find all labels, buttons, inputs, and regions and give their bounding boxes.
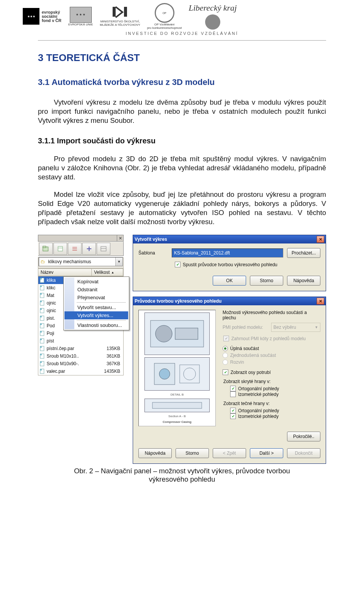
- toolbar-button[interactable]: [97, 243, 110, 255]
- kraj-logo: Liberecký kraj: [189, 3, 237, 30]
- svg-rect-37: [180, 365, 199, 383]
- svg-rect-29: [40, 361, 42, 363]
- template-field[interactable]: KS-Sablona_2011_2012.dft: [172, 248, 283, 258]
- checkbox-hidden-ortho[interactable]: ✔: [230, 386, 236, 391]
- close-icon[interactable]: ✕: [117, 235, 123, 241]
- checkbox-tangent-iso[interactable]: ✔: [230, 413, 236, 419]
- paragraph: Vytvoření výkresu z modelu lze dvěma způ…: [38, 98, 326, 125]
- help-button[interactable]: Nápověda: [287, 276, 320, 286]
- svg-rect-5: [101, 247, 106, 251]
- ctx-file-properties[interactable]: Vlastnosti souboru...: [64, 321, 128, 329]
- close-icon[interactable]: ✕: [317, 236, 324, 243]
- checkbox-pmi: ✔: [223, 336, 229, 341]
- radio-flat-pattern: [223, 360, 228, 365]
- ctx-delete[interactable]: Odstranit: [64, 286, 128, 294]
- pmi-label: PMI pohled modelu:: [223, 325, 267, 330]
- file-icon: [38, 308, 47, 313]
- radio-simplified: [223, 353, 228, 358]
- template-label: Šablona: [138, 250, 168, 256]
- chevron-down-icon[interactable]: ▼: [115, 258, 122, 266]
- svg-rect-19: [40, 323, 42, 325]
- dialog-title: Vytvořit výkres: [135, 237, 317, 242]
- toolbar-button[interactable]: [39, 243, 53, 255]
- finish-button: Dokončit: [287, 448, 320, 458]
- column-size[interactable]: Velikost▲: [92, 269, 123, 276]
- svg-rect-15: [40, 308, 42, 310]
- nav-panel: ✕ 🗀 klikovy mechanismus ▼ Název Velikost…: [38, 235, 124, 375]
- browse-button[interactable]: Procházet...: [287, 248, 320, 258]
- esf-logo: ★★★ evropský sociální fond v ČR: [23, 8, 61, 25]
- paragraph: Pro převod modelu z 3D do 2D je třeba mí…: [38, 154, 326, 182]
- ctx-create-drawing[interactable]: Vytvořit výkres...: [64, 311, 128, 319]
- svg-rect-7: [40, 278, 42, 280]
- pmi-select: Bez výběru ▼: [271, 323, 320, 332]
- svg-rect-23: [40, 339, 42, 340]
- list-item[interactable]: valec.par1435KB: [38, 367, 123, 375]
- svg-point-36: [159, 369, 170, 379]
- ctx-create-assembly[interactable]: Vytvořit sestavu...: [64, 303, 128, 311]
- column-name[interactable]: Název: [38, 269, 92, 276]
- svg-rect-9: [40, 286, 42, 287]
- ctx-rename[interactable]: Přejmenovat: [64, 294, 128, 301]
- file-icon: [38, 353, 47, 359]
- cancel-button[interactable]: Storno: [176, 448, 209, 458]
- help-button[interactable]: Nápověda: [138, 448, 172, 458]
- file-icon: [38, 361, 47, 366]
- svg-rect-11: [40, 293, 42, 295]
- radio-full-part[interactable]: [223, 346, 228, 351]
- checkbox-run-wizard[interactable]: ✔: [175, 262, 180, 267]
- list-item[interactable]: Poji: [38, 330, 123, 337]
- subsection-heading: 3.1 Automatická tvorba výkresu z 3D mode…: [38, 77, 326, 87]
- svg-rect-17: [40, 316, 42, 317]
- svg-rect-21: [40, 331, 42, 333]
- toolbar-button[interactable]: [53, 243, 67, 255]
- back-button: < Zpět: [213, 448, 246, 458]
- header-subtitle: INVESTICE DO ROZVOJE VZDĚLÁVÁNÍ: [38, 31, 326, 41]
- svg-rect-13: [40, 301, 42, 302]
- svg-rect-27: [40, 354, 42, 355]
- list-item[interactable]: Sroub M10x10..361KB: [38, 352, 123, 360]
- svg-rect-25: [40, 346, 42, 348]
- svg-point-33: [155, 325, 172, 342]
- ok-button[interactable]: OK: [213, 276, 246, 286]
- file-icon: [38, 316, 47, 321]
- checkbox-label: Spustit průvodce tvorbou výkresového poh…: [183, 262, 278, 267]
- folder-icon: 🗀: [39, 259, 47, 264]
- toolbar-button[interactable]: [82, 243, 96, 255]
- checkbox-show-axes[interactable]: ✔: [223, 369, 228, 375]
- file-icon: [38, 338, 47, 344]
- advanced-button[interactable]: Pokročilé..: [287, 432, 320, 441]
- group-tangent-edges: Zobrazit tečné hrany v:: [223, 401, 320, 406]
- ctx-copy[interactable]: Kopírovat: [64, 278, 128, 286]
- list-item[interactable]: pístní.čep.par135KB: [38, 345, 123, 352]
- file-list[interactable]: klikaklikcMatojnicojnicpist.PodPojipístp…: [38, 276, 124, 375]
- document-logo-header: ★★★ evropský sociální fond v ČR ★ ★ ★ EV…: [0, 0, 364, 31]
- chevron-down-icon: ▼: [315, 325, 318, 329]
- next-button[interactable]: Další >: [250, 448, 283, 458]
- cancel-button[interactable]: Storno: [250, 276, 283, 286]
- dialog-title: Průvodce tvorbou výkresového pohledu: [135, 298, 317, 304]
- dialog-view-wizard: Průvodce tvorbou výkresového pohledu ✕: [133, 297, 326, 464]
- list-item[interactable]: Sroub M10x90-.367KB: [38, 360, 123, 367]
- file-icon: [38, 346, 47, 351]
- svg-rect-4: [58, 247, 63, 251]
- context-menu: Kopírovat Odstranit Přejmenovat Vytvořit…: [63, 276, 129, 330]
- list-item[interactable]: píst: [38, 337, 123, 345]
- wizard-preview: DETAIL B Section A - B Compressor Casing: [138, 310, 216, 426]
- close-icon[interactable]: ✕: [317, 298, 324, 305]
- figure-caption: Obr. 2 – Navigační panel – možnost vytvo…: [68, 467, 296, 484]
- subsubsection-heading: 3.1.1 Import součásti do výkresu: [38, 137, 326, 145]
- file-icon: [38, 278, 47, 283]
- dialog-create-drawing: Vytvořit výkres ✕ Šablona KS-Sablona_201…: [133, 235, 326, 291]
- file-icon: [38, 293, 47, 298]
- checkbox-hidden-iso[interactable]: [230, 391, 236, 397]
- svg-rect-34: [175, 328, 198, 339]
- folder-combo[interactable]: 🗀 klikovy mechanismus ▼: [39, 257, 123, 266]
- sort-asc-icon: ▲: [111, 271, 114, 274]
- checkbox-tangent-ortho[interactable]: ✔: [230, 408, 236, 413]
- file-icon: [38, 323, 47, 328]
- svg-rect-31: [40, 369, 42, 371]
- group-label: Možnosti výkresového pohledu součásti a …: [223, 310, 320, 320]
- file-icon: [38, 331, 47, 336]
- toolbar-button[interactable]: [68, 243, 82, 255]
